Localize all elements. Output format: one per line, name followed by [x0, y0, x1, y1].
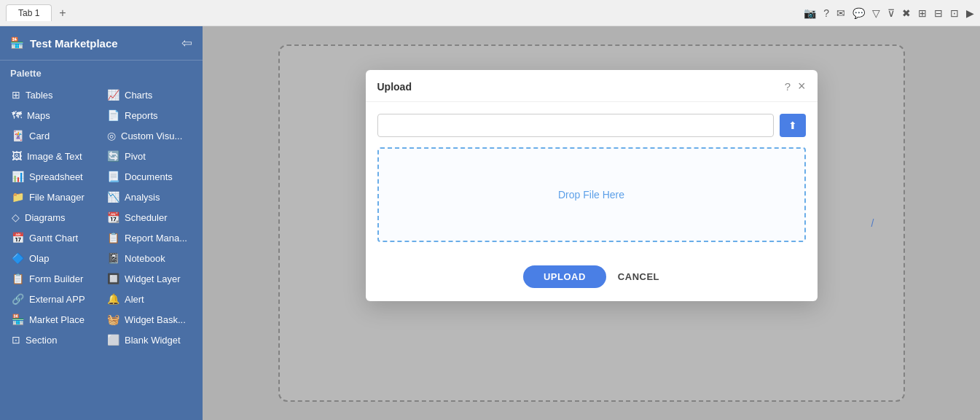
- modal-close-button[interactable]: ×: [798, 79, 806, 94]
- scheduler-icon: 📆: [107, 211, 119, 223]
- sidebar-item-blank-widget-label: Blank Widget: [125, 335, 181, 346]
- toolbar-icons: 📷 ? ✉ 💬 ▽ ⊽ ✖ ⊞ ⊟ ⊡ ▶: [804, 7, 974, 19]
- sidebar-item-blank-widget[interactable]: ⬜Blank Widget: [101, 330, 197, 350]
- mail-icon[interactable]: ✉: [836, 7, 845, 19]
- close-icon[interactable]: ✖: [902, 7, 911, 19]
- widget-layer-icon: 🔲: [107, 273, 119, 284]
- spreadsheet-icon: 📊: [12, 171, 24, 182]
- file-manager-icon: 📁: [12, 191, 24, 203]
- sidebar-item-charts-label: Charts: [125, 90, 152, 101]
- sidebar-item-card-label: Card: [29, 131, 50, 141]
- sidebar-header-left: 🏪 Test Marketplace: [10, 36, 118, 50]
- sidebar-item-custom-visu-label: Custom Visu...: [121, 131, 182, 141]
- section-icon: ⊡: [12, 334, 20, 346]
- market-place-icon: 🏪: [12, 314, 24, 325]
- tab-1[interactable]: Tab 1: [6, 4, 52, 21]
- grid1-icon[interactable]: ⊞: [918, 7, 927, 19]
- notebook-icon: 📓: [107, 252, 119, 264]
- sidebar-item-pivot[interactable]: 🔄Pivot: [101, 146, 197, 166]
- tables-icon: ⊞: [12, 89, 20, 101]
- sidebar-title: Test Marketplace: [30, 37, 118, 50]
- palette-grid: ⊞Tables 📈Charts 🗺Maps 📄Reports 🃏Card ◎Cu…: [0, 82, 203, 353]
- sidebar-item-market-place-label: Market Place: [29, 314, 85, 325]
- sidebar-item-maps-label: Maps: [27, 110, 50, 121]
- play-icon[interactable]: ▶: [966, 7, 974, 19]
- camera-icon[interactable]: 📷: [804, 7, 816, 19]
- modal-overlay: Upload ? × ⬆ Drop File Here: [203, 26, 980, 420]
- charts-icon: 📈: [107, 89, 119, 101]
- sidebar-title-icon: 🏪: [10, 36, 24, 50]
- modal-header: Upload ? ×: [366, 70, 818, 102]
- sidebar-item-spreadsheet-label: Spreadsheet: [29, 171, 83, 182]
- sidebar-item-custom-visu[interactable]: ◎Custom Visu...: [101, 125, 197, 146]
- sidebar-item-widget-basket-label: Widget Bask...: [125, 314, 186, 325]
- cancel-button[interactable]: CANCEL: [618, 271, 659, 282]
- sidebar-item-report-manager-label: Report Mana...: [125, 233, 187, 244]
- sidebar-item-diagrams[interactable]: ◇Diagrams: [6, 207, 101, 228]
- external-app-icon: 🔗: [12, 293, 24, 305]
- sidebar-item-scheduler[interactable]: 📆Scheduler: [101, 207, 197, 228]
- sidebar-item-widget-layer[interactable]: 🔲Widget Layer: [101, 268, 197, 289]
- sidebar-item-section-label: Section: [26, 335, 57, 346]
- grid2-icon[interactable]: ⊟: [934, 7, 943, 19]
- content-area: / Upload ? × ⬆: [203, 26, 980, 420]
- modal-help-icon[interactable]: ?: [785, 80, 791, 93]
- sidebar-item-form-builder[interactable]: 📋Form Builder: [6, 268, 101, 289]
- sidebar-item-analysis-label: Analysis: [125, 192, 160, 203]
- sidebar-item-documents[interactable]: 📃Documents: [101, 166, 197, 187]
- chat-icon[interactable]: 💬: [852, 7, 865, 19]
- sidebar-collapse-button[interactable]: ⇦: [181, 35, 192, 51]
- sidebar-item-report-manager[interactable]: 📋Report Mana...: [101, 228, 197, 248]
- sidebar-item-external-app[interactable]: 🔗External APP: [6, 289, 101, 309]
- add-tab-button[interactable]: +: [55, 7, 70, 20]
- sidebar-item-charts[interactable]: 📈Charts: [101, 85, 197, 105]
- sidebar-item-file-manager[interactable]: 📁File Manager: [6, 187, 101, 207]
- olap-icon: 🔷: [12, 252, 24, 264]
- sidebar-item-maps[interactable]: 🗺Maps: [6, 105, 101, 125]
- sidebar-item-widget-basket[interactable]: 🧺Widget Bask...: [101, 309, 197, 330]
- sidebar-item-form-builder-label: Form Builder: [29, 273, 83, 284]
- sidebar-item-olap-label: Olap: [29, 253, 49, 264]
- sidebar-item-alert-label: Alert: [125, 294, 144, 305]
- grid3-icon[interactable]: ⊡: [950, 7, 959, 19]
- top-bar: Tab 1 + 📷 ? ✉ 💬 ▽ ⊽ ✖ ⊞ ⊟ ⊡ ▶: [0, 0, 980, 26]
- sidebar-item-section[interactable]: ⊡Section: [6, 330, 101, 350]
- sidebar-item-image-text[interactable]: 🖼Image & Text: [6, 146, 101, 166]
- analysis-icon: 📉: [107, 191, 119, 203]
- file-browse-button[interactable]: ⬆: [780, 114, 806, 137]
- card-icon: 🃏: [12, 130, 24, 141]
- sidebar-item-market-place[interactable]: 🏪Market Place: [6, 309, 101, 330]
- upload-button[interactable]: UPLOAD: [523, 265, 606, 288]
- filter1-icon[interactable]: ▽: [872, 7, 880, 19]
- sidebar-header: 🏪 Test Marketplace ⇦: [0, 26, 203, 61]
- sidebar-item-gantt-chart-label: Gantt Chart: [29, 233, 78, 244]
- sidebar-item-documents-label: Documents: [125, 171, 173, 182]
- sidebar-item-analysis[interactable]: 📉Analysis: [101, 187, 197, 207]
- filter2-icon[interactable]: ⊽: [887, 7, 895, 19]
- sidebar-item-pivot-label: Pivot: [125, 151, 146, 162]
- file-path-input[interactable]: [377, 114, 774, 137]
- image-text-icon: 🖼: [12, 150, 22, 162]
- modal-footer: UPLOAD CANCEL: [366, 265, 818, 301]
- sidebar-item-reports[interactable]: 📄Reports: [101, 105, 197, 125]
- documents-icon: 📃: [107, 171, 119, 182]
- sidebar-item-card[interactable]: 🃏Card: [6, 125, 101, 146]
- sidebar-item-file-manager-label: File Manager: [29, 192, 85, 203]
- form-builder-icon: 📋: [12, 273, 24, 284]
- widget-basket-icon: 🧺: [107, 314, 119, 325]
- modal-header-right: ? ×: [785, 79, 806, 94]
- sidebar-item-notebook[interactable]: 📓Notebook: [101, 248, 197, 268]
- diagrams-icon: ◇: [12, 211, 20, 223]
- sidebar-item-spreadsheet[interactable]: 📊Spreadsheet: [6, 166, 101, 187]
- sidebar-item-tables[interactable]: ⊞Tables: [6, 85, 101, 105]
- sidebar-item-olap[interactable]: 🔷Olap: [6, 248, 101, 268]
- help-icon[interactable]: ?: [823, 7, 829, 19]
- drop-zone[interactable]: Drop File Here: [377, 147, 806, 242]
- alert-icon: 🔔: [107, 293, 119, 305]
- sidebar-item-scheduler-label: Scheduler: [125, 212, 168, 223]
- custom-visu-icon: ◎: [107, 130, 116, 141]
- sidebar-item-gantt-chart[interactable]: 📅Gantt Chart: [6, 228, 101, 248]
- drop-zone-text: Drop File Here: [558, 189, 624, 201]
- modal-body: ⬆ Drop File Here: [366, 102, 818, 265]
- sidebar-item-alert[interactable]: 🔔Alert: [101, 289, 197, 309]
